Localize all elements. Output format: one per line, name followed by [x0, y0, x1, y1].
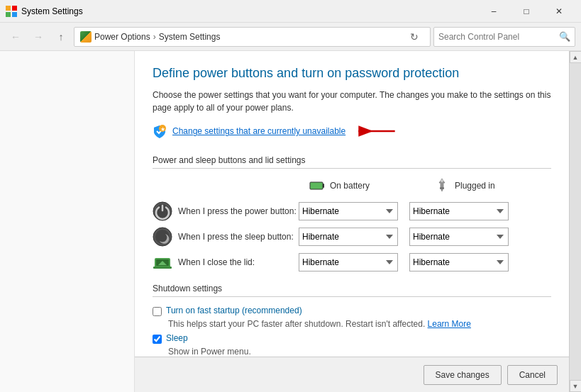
change-settings-row: ★ Change settings that are currently una… [153, 123, 551, 140]
power-section-header: Power and sleep buttons and lid settings [153, 151, 551, 169]
svg-text:★: ★ [160, 126, 165, 133]
sleep-button-plugged-select[interactable]: Hibernate [409, 228, 509, 246]
scroll-down-arrow[interactable]: ▼ [570, 380, 582, 392]
plugged-in-label: Plugged in [455, 181, 495, 191]
search-icon: 🔍 [559, 31, 570, 42]
plugged-icon [433, 177, 450, 194]
sleep-button-battery-select[interactable]: Hibernate [299, 228, 398, 246]
action-bar: Save changes Cancel [135, 357, 569, 392]
back-button[interactable]: ← [6, 27, 26, 47]
page-title: Define power buttons and turn on passwor… [153, 65, 551, 82]
address-field: Power Options › System Settings ↻ [74, 27, 431, 47]
on-battery-header: On battery [309, 177, 422, 194]
left-nav [0, 51, 135, 392]
page-description: Choose the power settings that you want … [153, 89, 551, 114]
close-lid-label: When I close the lid: [178, 257, 299, 267]
power-button-battery-select[interactable]: Hibernate [299, 202, 398, 220]
sleep-button-row: When I press the sleep button: Hibernate… [153, 227, 551, 247]
svg-rect-12 [440, 187, 444, 189]
plugged-in-header: Plugged in [433, 177, 547, 194]
svg-rect-0 [6, 6, 11, 11]
svg-rect-19 [153, 267, 172, 269]
svg-rect-3 [12, 12, 17, 17]
breadcrumb-icon [80, 31, 92, 43]
forward-button[interactable]: → [28, 27, 48, 47]
svg-rect-10 [311, 183, 322, 189]
maximize-button[interactable]: □ [510, 0, 543, 23]
up-button[interactable]: ↑ [51, 27, 71, 47]
change-settings-link[interactable]: Change settings that are currently unava… [172, 126, 345, 136]
power-button-label: When I press the power button: [178, 206, 299, 216]
fast-startup-sublabel: This helps start your PC faster after sh… [168, 319, 551, 329]
close-lid-row: When I close the lid: Hibernate Hibernat… [153, 252, 551, 272]
sleep-button-dropdowns: Hibernate Hibernate [299, 228, 509, 246]
refresh-button[interactable]: ↻ [404, 27, 424, 47]
sleep-button-icon [153, 227, 172, 247]
close-button[interactable]: ✕ [543, 0, 575, 23]
shield-icon: ★ [153, 124, 167, 138]
learn-more-link[interactable]: Learn More [428, 319, 471, 329]
scroll-track[interactable] [570, 63, 581, 380]
sleep-checkbox-label: Sleep [166, 333, 188, 343]
title-bar-text: System Settings [21, 6, 477, 16]
content-scroll: Define power buttons and turn on passwor… [135, 51, 569, 357]
scroll-up-arrow[interactable]: ▲ [570, 51, 582, 63]
svg-rect-9 [323, 184, 324, 188]
fast-startup-checkbox[interactable] [153, 307, 162, 316]
battery-icon [309, 177, 326, 194]
main-layout: Define power buttons and turn on passwor… [0, 51, 581, 392]
search-box: 🔍 [433, 27, 575, 47]
shutdown-section: Shutdown settings Turn on fast startup (… [153, 279, 551, 357]
title-bar: System Settings – □ ✕ [0, 0, 581, 23]
battery-headers: On battery Plugged in [309, 177, 551, 194]
svg-point-11 [441, 179, 443, 182]
breadcrumb-part1: Power Options [94, 32, 150, 42]
search-input[interactable] [438, 32, 556, 42]
sleep-sublabel: Show in Power menu. [168, 347, 551, 357]
svg-rect-1 [12, 6, 17, 11]
save-changes-button[interactable]: Save changes [424, 365, 502, 385]
cancel-button[interactable]: Cancel [507, 365, 558, 385]
fast-startup-row: Turn on fast startup (recommended) [153, 306, 551, 316]
window-icon [6, 6, 17, 17]
sleep-row: Sleep [153, 333, 551, 344]
content-area: Define power buttons and turn on passwor… [135, 51, 569, 392]
shutdown-section-header: Shutdown settings [153, 279, 551, 297]
red-arrow-indicator [355, 123, 398, 140]
address-bar: ← → ↑ Power Options › System Settings ↻ … [0, 23, 581, 51]
power-button-plugged-select[interactable]: Hibernate [409, 202, 509, 220]
breadcrumb-part2: System Settings [159, 32, 221, 42]
fast-startup-label: Turn on fast startup (recommended) [166, 306, 302, 315]
svg-rect-2 [6, 12, 11, 17]
lid-close-icon [153, 252, 172, 272]
scrollbar: ▲ ▼ [569, 51, 581, 392]
title-bar-controls: – □ ✕ [477, 0, 575, 23]
close-lid-plugged-select[interactable]: Hibernate [409, 253, 509, 271]
power-button-dropdowns: Hibernate Hibernate [299, 202, 509, 220]
sleep-button-label: When I press the sleep button: [178, 232, 299, 242]
power-button-row: When I press the power button: Hibernate… [153, 201, 551, 221]
minimize-button[interactable]: – [477, 0, 510, 23]
close-lid-battery-select[interactable]: Hibernate [299, 253, 398, 271]
breadcrumb-separator: › [153, 32, 156, 42]
close-lid-dropdowns: Hibernate Hibernate [299, 253, 509, 271]
power-button-icon [153, 201, 172, 221]
sleep-checkbox[interactable] [153, 335, 162, 344]
on-battery-label: On battery [330, 181, 370, 191]
